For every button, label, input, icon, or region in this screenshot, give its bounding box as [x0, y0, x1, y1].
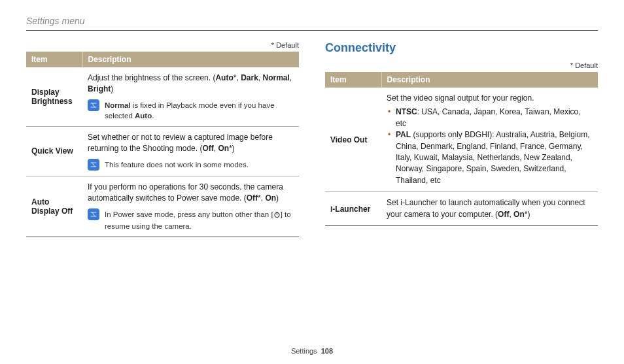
- section-title-connectivity: Connectivity: [325, 41, 598, 55]
- footer-section: Settings: [291, 347, 317, 355]
- list-item: NTSC: USA, Canada, Japan, Korea, Taiwan,…: [387, 107, 593, 129]
- note-text: This feature does not work in some modes…: [105, 159, 249, 170]
- item-description: If you perform no operations for 30 seco…: [88, 182, 294, 205]
- settings-table-left: Item Description Display Brightness Adju…: [26, 52, 299, 237]
- item-label: i-Launcher: [325, 192, 381, 226]
- table-row: Video Out Set the video signal output fo…: [325, 88, 598, 192]
- item-label: Auto Display Off: [26, 176, 82, 237]
- breadcrumb: Settings menu: [26, 16, 598, 31]
- bullet-list: NTSC: USA, Canada, Japan, Korea, Taiwan,…: [387, 107, 593, 186]
- item-description: Set whether or not to review a captured …: [88, 132, 294, 155]
- item-label: Video Out: [325, 88, 381, 192]
- table-row: Quick View Set whether or not to review …: [26, 126, 299, 176]
- col-header-item: Item: [26, 52, 82, 67]
- note-text: In Power save mode, press any button oth…: [105, 208, 294, 231]
- power-icon: [273, 210, 281, 221]
- right-column: Connectivity * Default Item Description …: [325, 41, 598, 237]
- item-description: Adjust the brightness of the screen. (Au…: [88, 73, 294, 95]
- footer-page-number: 108: [321, 347, 333, 355]
- note-text: Normal is fixed in Playback mode even if…: [105, 99, 294, 121]
- item-description: Set i-Launcher to launch automatically w…: [387, 197, 593, 220]
- item-label: Quick View: [26, 126, 82, 176]
- item-description: Set the video signal output for your reg…: [387, 93, 593, 104]
- col-header-description: Description: [381, 72, 598, 88]
- settings-table-right: Item Description Video Out Set the video…: [325, 72, 598, 226]
- table-row: Auto Display Off If you perform no opera…: [26, 176, 299, 237]
- item-label: Display Brightness: [26, 67, 82, 126]
- default-note-right: * Default: [325, 61, 598, 69]
- note-icon: [88, 208, 99, 220]
- table-row: Display Brightness Adjust the brightness…: [26, 67, 299, 126]
- list-item: PAL (supports only BDGHI): Australia, Au…: [387, 129, 593, 186]
- col-header-description: Description: [82, 52, 299, 67]
- note-icon: [88, 159, 99, 171]
- note-icon: [88, 99, 99, 111]
- col-header-item: Item: [325, 72, 381, 88]
- table-row: i-Launcher Set i-Launcher to launch auto…: [325, 192, 598, 226]
- page-footer: Settings 108: [0, 347, 624, 355]
- left-column: * Default Item Description Display Brigh…: [26, 41, 299, 237]
- default-note-left: * Default: [26, 41, 299, 49]
